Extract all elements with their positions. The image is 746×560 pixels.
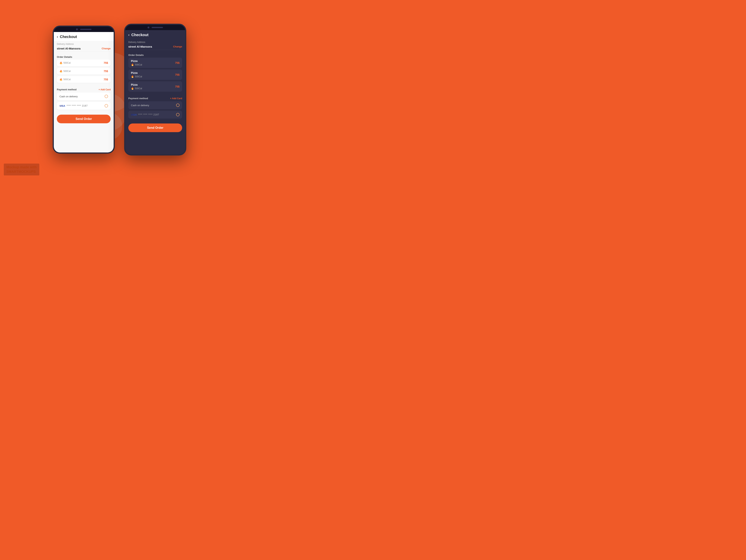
phone-top-bar-light <box>54 27 114 32</box>
phone-dark: ‹ Checkout Delivery Address street Al-Ma… <box>124 24 186 156</box>
delivery-section-light: Delivery Address street Al-Mansora Chang… <box>54 41 114 54</box>
add-card-button-dark[interactable]: + Add Card <box>170 97 182 100</box>
item-cal-1-dark: 500Cal <box>135 63 142 66</box>
flame-icon-3-dark: 🔥 <box>131 87 134 90</box>
order-item-1-light: 🔥 500Cal 75$ <box>57 59 111 66</box>
item-price-2-light: 75$ <box>104 69 108 73</box>
cash-radio-dark[interactable] <box>176 104 179 107</box>
item-cal-3-dark: 500Cal <box>135 87 142 90</box>
speaker-light <box>80 29 91 30</box>
item-left-1-light: 🔥 500Cal <box>59 61 70 64</box>
add-card-button-light[interactable]: + Add Card <box>98 88 111 91</box>
speaker-dark <box>152 27 163 28</box>
order-item-2-light: 🔥 500Cal 75$ <box>57 68 111 75</box>
order-section-dark: Order Details Pizza 🔥 500Cal 75$ <box>125 52 185 95</box>
address-text-dark: street Al-Mansora <box>128 45 152 48</box>
phone-bottom-bar-dark <box>125 155 185 156</box>
item-left-1-dark: Pizza 🔥 500Cal <box>131 59 142 66</box>
address-row-dark: street Al-Mansora Change <box>128 44 182 50</box>
address-text-light: street Al-Mansora <box>57 47 81 50</box>
item-name-3-dark: Pizza <box>131 83 142 86</box>
order-label-light: Order Details <box>57 56 111 58</box>
item-left-3-light: 🔥 500Cal <box>59 78 70 81</box>
phones-container: ‹ Checkout Delivery Address street Al-Ma… <box>53 24 186 156</box>
flame-icon-1-light: 🔥 <box>59 61 62 64</box>
item-cal-1-light: 500Cal <box>63 61 70 64</box>
phone-body-dark: ‹ Checkout Delivery Address street Al-Ma… <box>125 30 185 155</box>
back-button-dark[interactable]: ‹ <box>128 33 130 37</box>
visa-option-dark[interactable]: VISA **** **** **** 2187 <box>128 111 182 119</box>
item-left-3-dark: Pizza 🔥 500Cal <box>131 83 142 90</box>
visa-option-light[interactable]: VISA **** **** **** 2187 <box>57 102 111 110</box>
address-row-light: street Al-Mansora Change <box>57 46 111 52</box>
order-item-3-light: 🔥 500Cal 75$ <box>57 76 111 83</box>
flame-icon-2-light: 🔥 <box>59 70 62 73</box>
send-order-button-dark[interactable]: Send Order <box>128 123 182 132</box>
watermark-line1: Mockup made with <box>6 165 37 169</box>
delivery-label-dark: Delivery Address <box>128 41 182 44</box>
camera-dark <box>147 27 149 28</box>
payment-label-dark: Payment method <box>128 97 148 100</box>
visa-logo-dark: VISA <box>131 113 137 116</box>
phone-body-light: ‹ Checkout Delivery Address street Al-Ma… <box>54 32 114 152</box>
header-dark: ‹ Checkout <box>125 30 185 39</box>
item-cal-row-1-dark: 🔥 500Cal <box>131 63 142 66</box>
change-button-dark[interactable]: Change <box>173 45 182 48</box>
screen-dark: ‹ Checkout Delivery Address street Al-Ma… <box>125 30 185 155</box>
phone-light: ‹ Checkout Delivery Address street Al-Ma… <box>53 26 115 153</box>
checkout-title-dark: Checkout <box>131 33 148 37</box>
watermark-line2: SMARTMOCKUPS <box>6 170 37 174</box>
visa-radio-light[interactable] <box>105 104 108 108</box>
visa-logo-light: VISA <box>59 105 65 107</box>
payment-header-dark: Payment method + Add Card <box>128 97 182 100</box>
order-label-dark: Order Details <box>128 54 182 56</box>
back-button-light[interactable]: ‹ <box>57 35 58 39</box>
visa-number-dark: **** **** **** 2187 <box>138 113 159 116</box>
item-price-3-dark: 75$ <box>175 85 179 88</box>
cash-option-dark[interactable]: Cash on delivery <box>128 101 182 109</box>
flame-icon-3-light: 🔥 <box>59 78 62 81</box>
camera-light <box>76 28 78 30</box>
send-order-button-light[interactable]: Send Order <box>57 115 111 123</box>
payment-section-light: Payment method + Add Card Cash on delive… <box>54 86 114 113</box>
payment-header-light: Payment method + Add Card <box>57 88 111 91</box>
cash-option-light[interactable]: Cash on delivery <box>57 92 111 100</box>
item-cal-row-3-dark: 🔥 500Cal <box>131 87 142 90</box>
flame-icon-2-dark: 🔥 <box>131 75 134 78</box>
delivery-label-light: Delivery Address <box>57 43 111 45</box>
item-cal-3-light: 500Cal <box>63 78 70 81</box>
flame-icon-1-dark: 🔥 <box>131 63 134 66</box>
screen-light: ‹ Checkout Delivery Address street Al-Ma… <box>54 32 114 152</box>
payment-label-light: Payment method <box>57 88 77 91</box>
item-cal-row-2-light: 🔥 500Cal <box>59 70 70 73</box>
checkout-title-light: Checkout <box>60 35 77 39</box>
order-section-light: Order Details 🔥 500Cal 75$ <box>54 54 114 86</box>
item-price-2-dark: 75$ <box>175 73 179 76</box>
item-price-3-light: 75$ <box>104 78 108 81</box>
item-left-2-light: 🔥 500Cal <box>59 70 70 73</box>
visa-radio-dark[interactable] <box>176 113 179 116</box>
item-cal-row-2-dark: 🔥 500Cal <box>131 75 142 78</box>
item-cal-2-light: 500Cal <box>63 70 70 73</box>
header-light: ‹ Checkout <box>54 32 114 41</box>
item-left-2-dark: Pizza 🔥 500Cal <box>131 71 142 78</box>
cash-radio-light[interactable] <box>105 95 108 98</box>
item-cal-row-1-light: 🔥 500Cal <box>59 61 70 64</box>
order-item-3-dark: Pizza 🔥 500Cal 75$ <box>128 81 182 92</box>
watermark: Mockup made with SMARTMOCKUPS <box>4 164 39 175</box>
item-price-1-light: 75$ <box>104 61 108 64</box>
item-name-1-dark: Pizza <box>131 59 142 62</box>
item-cal-row-3-light: 🔥 500Cal <box>59 78 70 81</box>
delivery-section-dark: Delivery Address street Al-Mansora Chang… <box>125 39 185 52</box>
order-item-1-dark: Pizza 🔥 500Cal 75$ <box>128 58 182 68</box>
cash-label-light: Cash on delivery <box>59 95 78 98</box>
change-button-light[interactable]: Change <box>102 47 111 50</box>
item-name-2-dark: Pizza <box>131 71 142 74</box>
visa-row-dark: VISA **** **** **** 2187 <box>131 113 159 116</box>
cash-label-dark: Cash on delivery <box>131 104 149 107</box>
payment-section-dark: Payment method + Add Card Cash on delive… <box>125 95 185 122</box>
item-cal-2-dark: 500Cal <box>135 75 142 78</box>
visa-row-light: VISA **** **** **** 2187 <box>59 105 88 107</box>
phone-bottom-bar-light <box>54 152 114 153</box>
order-item-2-dark: Pizza 🔥 500Cal 75$ <box>128 69 182 80</box>
